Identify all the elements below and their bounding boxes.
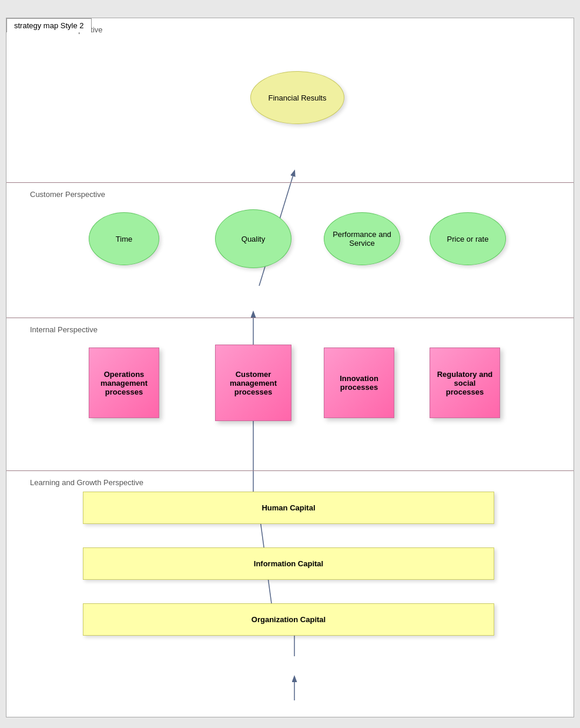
organization-capital-text: Organization Capital	[252, 615, 326, 624]
financial-results-node: Financial Results	[250, 71, 344, 124]
time-node: Time	[89, 212, 159, 265]
human-capital-text: Human Capital	[261, 503, 315, 512]
operations-text: Operations management processes	[89, 365, 159, 401]
price-rate-text: Price or rate	[447, 235, 489, 243]
learning-perspective: Learning and Growth Perspective Human Ca…	[6, 471, 574, 706]
learning-label: Learning and Growth Perspective	[30, 478, 574, 487]
tab-title: strategy map Style 2	[6, 18, 92, 32]
regulatory-node: Regulatory and social processes	[430, 348, 500, 418]
internal-perspective: Internal Perspective Operations manageme…	[6, 318, 574, 471]
customer-label: Customer Perspective	[30, 190, 574, 199]
main-diagram: strategy map Style 2 Financial Perspecti…	[6, 18, 574, 717]
time-text: Time	[116, 235, 132, 243]
innovation-text: Innovation processes	[324, 369, 394, 396]
quality-node: Quality	[215, 209, 291, 268]
regulatory-text: Regulatory and social processes	[430, 365, 499, 401]
information-capital-text: Information Capital	[254, 559, 323, 568]
innovation-node: Innovation processes	[324, 348, 394, 418]
customer-perspective: Customer Perspective Time Quality Perfor…	[6, 183, 574, 318]
customer-mgmt-node: Customer management processes	[215, 345, 291, 421]
financial-label: Financial Perspective	[30, 25, 574, 34]
financial-results-text: Financial Results	[269, 93, 327, 102]
human-capital-node: Human Capital	[83, 492, 494, 524]
internal-label: Internal Perspective	[30, 325, 574, 334]
information-capital-node: Information Capital	[83, 547, 494, 580]
operations-node: Operations management processes	[89, 348, 159, 418]
organization-capital-node: Organization Capital	[83, 603, 494, 636]
performance-service-text: Performance and Service	[324, 225, 400, 252]
price-rate-node: Price or rate	[430, 212, 506, 265]
performance-service-node: Performance and Service	[324, 212, 400, 265]
financial-perspective: Financial Perspective Financial Results	[6, 18, 574, 183]
quality-text: Quality	[242, 235, 265, 243]
customer-mgmt-text: Customer management processes	[216, 365, 291, 401]
